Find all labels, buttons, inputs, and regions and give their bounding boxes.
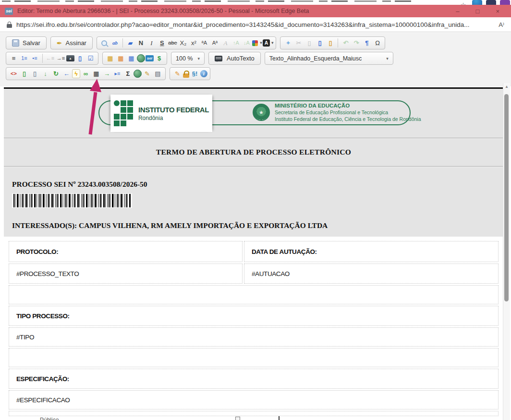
browser-logo-icon[interactable] bbox=[472, 0, 482, 5]
lock-icon[interactable] bbox=[7, 24, 12, 28]
refresh-icon[interactable]: ↻ bbox=[51, 69, 61, 79]
underline-icon[interactable]: S bbox=[157, 38, 167, 48]
slideshow-icon[interactable]: ▯ bbox=[75, 53, 85, 63]
zoom-search-icon[interactable] bbox=[99, 38, 110, 48]
table-edit-icon[interactable]: ▦ bbox=[116, 53, 126, 63]
image-icon[interactable]: ▲ bbox=[66, 55, 74, 61]
tipo-value[interactable]: #TIPO bbox=[16, 334, 34, 341]
checkbox-icon[interactable]: ☑ bbox=[85, 53, 96, 63]
table-quick-icon[interactable]: ▦ bbox=[105, 53, 115, 63]
publico-checkbox[interactable] bbox=[235, 417, 240, 420]
remove-format-icon[interactable]: ▰ bbox=[125, 38, 135, 48]
url-text[interactable]: https://sei.ifro.edu.br/sei/controlador.… bbox=[16, 21, 494, 28]
read-aloud-icon[interactable]: A⁾ bbox=[499, 21, 504, 28]
if-logo-line2: Rondônia bbox=[138, 115, 209, 121]
extension-icon[interactable] bbox=[486, 0, 496, 5]
lowercase-icon[interactable]: ªA bbox=[199, 38, 209, 48]
close-button[interactable]: × bbox=[496, 8, 499, 15]
doc-export-icon[interactable]: ▯ bbox=[19, 69, 29, 79]
copy-icon[interactable]: ▯ bbox=[304, 38, 314, 48]
profile-avatar-icon[interactable] bbox=[500, 0, 510, 5]
highlight-color-icon[interactable]: ▾ bbox=[252, 38, 262, 48]
admin-tools-group: ✎§!i bbox=[170, 67, 210, 80]
coat-of-arms-icon bbox=[253, 104, 270, 121]
style-select[interactable]: Texto_Alinhado_Esquerda_Maiusc ▾ bbox=[265, 52, 393, 65]
scroll-up-icon[interactable]: ▲ bbox=[503, 83, 510, 90]
justify-icon[interactable]: ≡ bbox=[9, 53, 19, 63]
case-disabled-icon[interactable]: A bbox=[220, 38, 231, 48]
minimize-button[interactable]: – bbox=[456, 8, 459, 15]
section-warning-icon[interactable]: §! bbox=[190, 69, 200, 79]
permission-edit-icon[interactable]: ✎ bbox=[172, 69, 182, 79]
raise-text-disabled-icon[interactable]: ↑A bbox=[231, 38, 241, 48]
editor-toolbar: Salvar ✒ Assinar ab▰NISabeX₂x²ªAAªA↑A↓A▾… bbox=[0, 33, 511, 86]
find-replace-icon[interactable]: ab bbox=[110, 38, 120, 48]
uppercase-icon[interactable]: Aª bbox=[210, 38, 220, 48]
ministry-line3: Instituto Federal de Educação, Ciência e… bbox=[275, 116, 421, 123]
sei-link-icon[interactable]: sei bbox=[146, 55, 154, 61]
autuacao-value[interactable]: #AUTUACAO bbox=[252, 270, 290, 277]
doc-download-icon[interactable]: ↓ bbox=[40, 69, 50, 79]
outdent-icon[interactable]: ←≡ bbox=[45, 53, 55, 63]
scrollbar-thumb[interactable] bbox=[504, 94, 509, 301]
toolbar-separator bbox=[42, 54, 43, 63]
chevron-down-icon: ▾ bbox=[386, 56, 389, 61]
table-icon[interactable]: ▦ bbox=[126, 53, 136, 63]
if-logo-squares-icon bbox=[114, 100, 133, 126]
doc-anchor-icon[interactable]: ▯ bbox=[30, 69, 40, 79]
link-icon[interactable]: ∞ bbox=[81, 69, 91, 79]
assinar-button[interactable]: ✒ Assinar bbox=[50, 36, 93, 49]
clipboard-group: ✦✂▯▯▯↶↷¶Ω bbox=[280, 36, 385, 49]
print-icon[interactable]: ▤ bbox=[153, 69, 163, 79]
sigma-icon[interactable]: Σ bbox=[123, 69, 133, 79]
source-code-icon[interactable]: <> bbox=[9, 69, 19, 79]
globe-link-icon[interactable] bbox=[137, 54, 145, 62]
especificacao-value[interactable]: #ESPECIFICACAO bbox=[16, 396, 70, 404]
zoom-select[interactable]: 100 % ▾ bbox=[171, 52, 205, 65]
special-char-icon[interactable]: Ω bbox=[372, 38, 382, 48]
paste-plain-icon[interactable]: ▯ bbox=[325, 38, 335, 48]
redo-icon[interactable]: ↷ bbox=[351, 38, 361, 48]
qrcode-icon[interactable]: ▦ bbox=[91, 69, 101, 79]
doc-import-icon[interactable]: ← bbox=[61, 69, 72, 79]
italic-icon[interactable]: I bbox=[146, 38, 157, 48]
subscript-icon[interactable]: X₂ bbox=[178, 38, 188, 48]
salvar-button[interactable]: Salvar bbox=[6, 36, 47, 49]
footer-partial-row: Público bbox=[9, 416, 499, 420]
bold-icon[interactable]: N bbox=[136, 38, 146, 48]
maximize-button[interactable]: □ bbox=[476, 8, 480, 15]
document-tools-group: <>▯▯↓↻←ϟ∞▦→▸≡Σ✎▤ bbox=[6, 67, 166, 80]
pilcrow-icon[interactable]: ¶ bbox=[362, 38, 372, 48]
instituto-federal-logo: INSTITUTO FEDERAL Rondônia bbox=[110, 95, 212, 132]
cut-icon[interactable]: ✂ bbox=[293, 38, 304, 48]
vertical-scrollbar[interactable]: ▲ bbox=[503, 83, 510, 420]
document-canvas[interactable]: INSTITUTO FEDERAL Rondônia MINISTÉRIO DA… bbox=[4, 87, 503, 420]
format-painter-icon[interactable]: ✦ bbox=[283, 38, 293, 48]
info-icon[interactable]: i bbox=[200, 70, 207, 77]
superscript-icon[interactable]: x² bbox=[189, 38, 199, 48]
barcode bbox=[12, 193, 132, 208]
strikethrough-icon[interactable]: abe bbox=[168, 38, 178, 48]
list-items-icon[interactable]: ▸≡ bbox=[112, 69, 122, 79]
globe-lock-icon[interactable] bbox=[134, 70, 142, 78]
currency-icon[interactable]: $ bbox=[154, 53, 164, 63]
lock-export-icon[interactable] bbox=[183, 73, 189, 78]
favorites-star-icon[interactable]: ☆ bbox=[458, 0, 468, 5]
background-browser-tabstrip: ☆ bbox=[0, 0, 511, 5]
protocolo-value[interactable]: #PROCESSO_TEXTO bbox=[16, 270, 79, 277]
ministry-block: MINISTÉRIO DA EDUCAÇÃO Secretaria de Edu… bbox=[275, 102, 421, 122]
ordered-list-icon[interactable]: 1≡ bbox=[19, 53, 29, 63]
font-color-icon[interactable]: ▾ bbox=[263, 38, 274, 48]
autotexto-button[interactable]: AutoTexto bbox=[208, 52, 261, 65]
autotexto-flash-icon[interactable]: ϟ bbox=[72, 69, 80, 78]
table-row-empty bbox=[9, 348, 499, 367]
lower-text-disabled-icon[interactable]: ↓A bbox=[242, 38, 252, 48]
style-value: Texto_Alinhado_Esquerda_Maiusc bbox=[269, 55, 362, 62]
bullet-list-icon[interactable]: •≡ bbox=[30, 53, 40, 63]
edit-doc-icon[interactable]: ✎ bbox=[142, 69, 152, 79]
indent-icon[interactable]: →≡ bbox=[56, 53, 66, 63]
paste-from-word-icon[interactable]: ▯ bbox=[315, 38, 325, 48]
publico-label: Público bbox=[40, 417, 59, 420]
doc-forward-icon[interactable]: → bbox=[102, 69, 112, 79]
undo-icon[interactable]: ↶ bbox=[341, 38, 351, 48]
